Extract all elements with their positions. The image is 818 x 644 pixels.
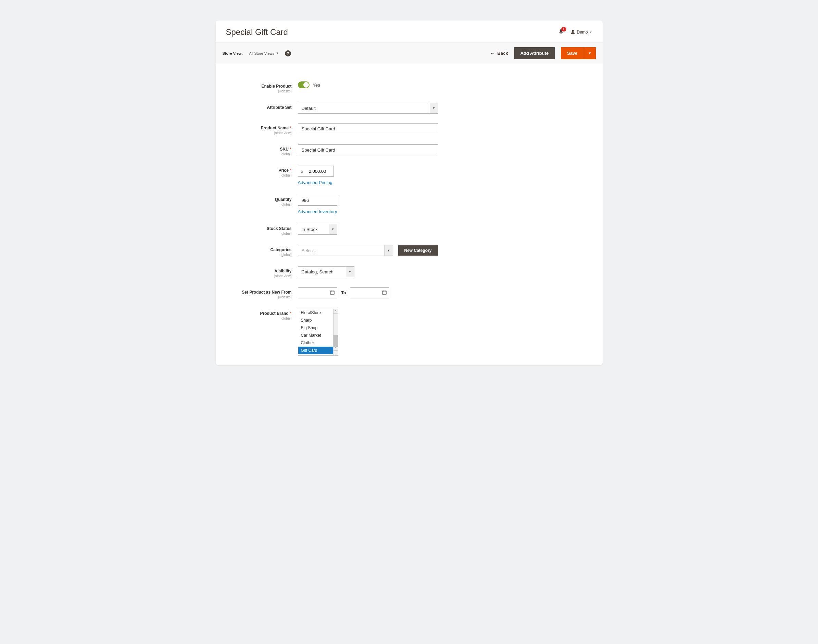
scope-label: [global] <box>229 232 292 235</box>
store-view-value: All Store Views <box>249 51 274 55</box>
row-price: Price* [global] $ Advanced Pricing <box>229 166 589 185</box>
back-label: Back <box>498 51 508 56</box>
save-dropdown-toggle[interactable]: ▼ <box>584 47 596 59</box>
chevron-down-icon: ▼ <box>276 52 279 55</box>
scope-label: [global] <box>229 316 292 320</box>
resize-grip-icon[interactable]: ⋰ <box>333 350 338 355</box>
scope-label: [website] <box>229 295 292 299</box>
attribute-set-value: Default <box>298 103 430 113</box>
notification-count-badge: 1 <box>561 27 566 31</box>
page-title: Special Gift Card <box>226 28 288 37</box>
help-icon[interactable]: ? <box>285 50 291 57</box>
product-form: Enable Product [website] Yes Attribute S… <box>216 64 603 356</box>
scrollbar[interactable]: ˄ ˅ ⋰ <box>333 309 338 355</box>
required-marker: * <box>290 311 292 316</box>
svg-rect-1 <box>383 291 386 294</box>
quantity-label: Quantity <box>275 197 292 202</box>
save-split-button: Save ▼ <box>561 47 595 59</box>
scroll-up-icon[interactable]: ˄ <box>334 309 338 314</box>
categories-placeholder: Select... <box>298 245 384 256</box>
visibility-label: Visibility <box>275 268 291 273</box>
toggle-value-label: Yes <box>313 83 320 87</box>
advanced-inventory-link[interactable]: Advanced Inventory <box>298 209 337 214</box>
chevron-down-icon: ▼ <box>384 245 393 256</box>
stock-status-label: Stock Status <box>267 226 292 231</box>
store-view-label: Store View: <box>223 51 243 55</box>
store-view-select[interactable]: All Store Views ▼ <box>249 51 279 55</box>
calendar-icon <box>330 290 335 296</box>
scope-label: [store view] <box>229 131 292 135</box>
row-product-brand: Product Brand* [global] FloralStore Shar… <box>229 309 589 356</box>
brand-option[interactable]: Car Market <box>298 331 333 339</box>
new-category-button[interactable]: New Category <box>398 245 438 256</box>
user-name-label: Demo <box>577 30 588 35</box>
new-to-date-input[interactable] <box>350 287 389 298</box>
row-categories: Categories [global] Select... ▼ New Cate… <box>229 245 589 257</box>
toggle-thumb <box>303 82 309 87</box>
save-button[interactable]: Save <box>561 47 584 59</box>
required-marker: * <box>290 126 292 130</box>
svg-rect-0 <box>330 291 334 294</box>
scope-label: [global] <box>229 202 292 206</box>
chevron-down-icon: ▼ <box>329 224 337 235</box>
brand-option[interactable]: Big Shop <box>298 324 333 331</box>
brand-option[interactable]: Sharp <box>298 316 333 324</box>
scope-label: [global] <box>229 173 292 177</box>
price-input-wrap: $ <box>298 166 334 176</box>
scope-label: [global] <box>229 253 292 257</box>
user-menu[interactable]: Demo ▼ <box>570 29 592 35</box>
row-stock-status: Stock Status [global] In Stock ▼ <box>229 224 589 235</box>
attribute-set-label: Attribute Set <box>267 105 292 110</box>
sku-input[interactable] <box>298 144 438 155</box>
product-brand-label: Product Brand <box>260 311 288 316</box>
sku-label: SKU <box>280 147 288 152</box>
brand-option[interactable]: Clother <box>298 339 333 347</box>
product-name-input[interactable] <box>298 123 438 134</box>
row-sku: SKU* [global] <box>229 144 589 156</box>
categories-label: Categories <box>270 247 291 252</box>
enable-product-toggle[interactable] <box>298 81 309 88</box>
new-from-date-input[interactable] <box>298 287 337 298</box>
enable-product-label: Enable Product <box>261 84 291 89</box>
visibility-select[interactable]: Catalog, Search ▼ <box>298 266 354 277</box>
brand-option-list: FloralStore Sharp Big Shop Car Market Cl… <box>298 309 333 355</box>
categories-select[interactable]: Select... ▼ <box>298 245 393 256</box>
add-attribute-button[interactable]: Add Attribute <box>514 47 555 59</box>
chevron-down-icon: ▼ <box>590 31 592 34</box>
chevron-down-icon: ▼ <box>430 103 438 113</box>
stock-status-value: In Stock <box>298 224 329 235</box>
user-icon <box>570 29 575 35</box>
action-toolbar: Store View: All Store Views ▼ ? ← Back A… <box>216 42 603 64</box>
visibility-value: Catalog, Search <box>298 267 346 277</box>
price-input[interactable] <box>306 166 334 176</box>
scope-label: [global] <box>229 152 292 156</box>
scroll-down-icon[interactable]: ˅ <box>334 346 338 350</box>
scope-label: [website] <box>229 89 292 93</box>
quantity-input[interactable] <box>298 195 337 205</box>
row-visibility: Visibility [store view] Catalog, Search … <box>229 266 589 278</box>
currency-symbol: $ <box>298 169 306 174</box>
advanced-pricing-link[interactable]: Advanced Pricing <box>298 180 332 185</box>
required-marker: * <box>290 147 292 152</box>
row-product-name: Product Name* [store view] <box>229 123 589 135</box>
product-name-label: Product Name <box>261 126 288 130</box>
product-edit-card: Special Gift Card 1 Demo ▼ Store View: A… <box>216 20 603 365</box>
row-attribute-set: Attribute Set Default ▼ <box>229 103 589 113</box>
price-label: Price <box>278 168 288 173</box>
attribute-set-select[interactable]: Default ▼ <box>298 103 438 113</box>
scope-label: [store view] <box>229 274 292 278</box>
arrow-left-icon: ← <box>490 51 495 56</box>
stock-status-select[interactable]: In Stock ▼ <box>298 224 337 235</box>
scroll-thumb[interactable] <box>334 335 338 347</box>
back-button[interactable]: ← Back <box>490 51 508 56</box>
row-set-new: Set Product as New From [website] To <box>229 287 589 299</box>
calendar-icon <box>382 290 387 296</box>
header-actions: 1 Demo ▼ <box>558 29 592 35</box>
product-brand-multiselect[interactable]: FloralStore Sharp Big Shop Car Market Cl… <box>298 309 338 356</box>
row-enable-product: Enable Product [website] Yes <box>229 81 589 93</box>
chevron-down-icon: ▼ <box>346 267 354 277</box>
brand-option[interactable]: FloralStore <box>298 309 333 316</box>
notifications-button[interactable]: 1 <box>558 29 564 35</box>
page-header: Special Gift Card 1 Demo ▼ <box>216 20 603 42</box>
brand-option-selected[interactable]: Gift Card <box>298 347 333 354</box>
